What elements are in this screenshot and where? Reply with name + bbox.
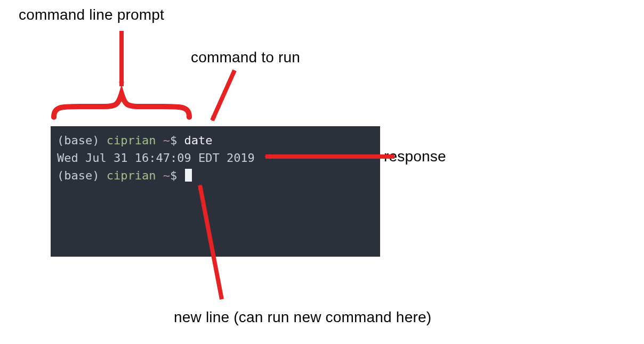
command-text: date [184,134,212,147]
prompt-env: (base) [57,134,99,147]
label-command-line-prompt: command line prompt [19,6,164,23]
prompt-path-2: ~ [163,169,170,182]
prompt-env-2: (base) [57,169,99,182]
terminal-line-2: Wed Jul 31 16:47:09 EDT 2019 [57,149,374,167]
prompt-symbol: $ [170,134,177,147]
label-command-to-run: command to run [191,49,300,66]
terminal-line-3: (base) ciprian ~$ [57,167,374,184]
terminal-line-1: (base) ciprian ~$ date [57,132,374,149]
prompt-user: ciprian [107,134,156,147]
prompt-path: ~ [163,134,170,147]
prompt-user-2: ciprian [107,169,156,182]
prompt-symbol-2: $ [170,169,177,182]
terminal-window[interactable]: (base) ciprian ~$ date Wed Jul 31 16:47:… [51,126,380,257]
label-new-line: new line (can run new command here) [174,309,431,326]
output-text: Wed Jul 31 16:47:09 EDT 2019 [57,151,255,165]
diagram-stage: command line prompt command to run compu… [0,0,644,344]
terminal-cursor[interactable] [185,169,192,182]
arrow-command [212,70,235,120]
